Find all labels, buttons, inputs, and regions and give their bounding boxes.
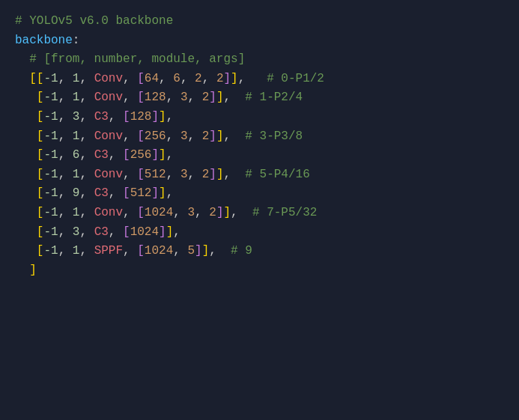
- token: [: [37, 70, 44, 89]
- line-2: [-1, 3, C3, [128]],: [15, 108, 504, 127]
- token: [15, 108, 37, 127]
- token: ,: [58, 70, 73, 89]
- token: 9: [73, 184, 80, 204]
- token: Conv: [94, 88, 123, 108]
- token: ,: [123, 70, 137, 89]
- token: 3: [180, 165, 188, 185]
- token: C3: [94, 223, 109, 243]
- line-9: [-1, 1, SPPF, [1024, 5]], # 9: [15, 242, 504, 261]
- token: ,: [224, 165, 246, 185]
- token: ,: [209, 242, 231, 261]
- token: 3: [73, 108, 80, 127]
- token: [: [137, 70, 145, 89]
- token: 128: [130, 108, 152, 127]
- token: [: [37, 242, 44, 261]
- token: ,: [180, 70, 195, 89]
- token: -1: [43, 165, 58, 185]
- token: ,: [79, 165, 94, 185]
- token: [15, 146, 37, 165]
- token: 1: [73, 88, 80, 108]
- token: 1: [73, 204, 80, 223]
- token: [15, 165, 37, 185]
- token: ,: [238, 70, 267, 89]
- token: -1: [43, 88, 58, 108]
- token: ,: [58, 223, 73, 243]
- token: ,: [58, 204, 73, 223]
- token: [15, 223, 37, 243]
- token: ,: [109, 184, 123, 204]
- token: 64: [145, 70, 159, 89]
- token: -1: [43, 127, 58, 147]
- token: -1: [43, 223, 58, 243]
- token: ]: [231, 70, 238, 89]
- token: [15, 88, 37, 108]
- line-7: [-1, 1, Conv, [1024, 3, 2]], # 7-P5/32: [15, 204, 504, 223]
- token: Conv: [94, 165, 123, 185]
- token: ]: [151, 108, 159, 127]
- token: [: [123, 146, 130, 165]
- line-header: # YOLOv5 v6.0 backbone: [15, 12, 504, 31]
- token: ,: [79, 127, 94, 147]
- token: [15, 261, 29, 281]
- token: ]: [166, 223, 174, 243]
- token: 256: [145, 127, 166, 147]
- line-backbone-key: backbone:: [15, 31, 504, 51]
- token: [: [37, 223, 44, 243]
- token: 2: [195, 70, 202, 89]
- token: 1: [73, 127, 80, 147]
- token: [: [37, 184, 44, 204]
- token: [: [123, 184, 130, 204]
- line-4: [-1, 6, C3, [256]],: [15, 146, 504, 165]
- token: ,: [109, 223, 123, 243]
- token: 3: [180, 127, 188, 147]
- token: :: [73, 31, 80, 51]
- token: [15, 184, 37, 204]
- token: 6: [173, 70, 180, 89]
- token: C3: [94, 184, 109, 204]
- token: ,: [173, 204, 187, 223]
- token: ,: [109, 146, 123, 165]
- token: ]: [159, 184, 166, 204]
- token: ,: [58, 108, 73, 127]
- token: ,: [58, 184, 73, 204]
- line-3: [-1, 1, Conv, [256, 3, 2]], # 3-P3/8: [15, 127, 504, 147]
- token: [: [37, 165, 44, 185]
- token: 2: [202, 88, 210, 108]
- token: # 0-P1/2: [267, 70, 324, 89]
- token: ,: [79, 108, 94, 127]
- token: [15, 70, 29, 89]
- token: ,: [58, 88, 73, 108]
- token: 1024: [145, 204, 173, 223]
- token: backbone: [15, 31, 73, 51]
- token: ,: [123, 165, 137, 185]
- token: C3: [94, 108, 109, 127]
- token: ,: [58, 146, 73, 165]
- token: ,: [166, 127, 180, 147]
- line-1: [-1, 1, Conv, [128, 3, 2]], # 1-P2/4: [15, 88, 504, 108]
- token: ]: [209, 88, 216, 108]
- token: ]: [216, 127, 224, 147]
- token: ,: [123, 88, 137, 108]
- token: ]: [216, 204, 224, 223]
- token: ]: [216, 88, 224, 108]
- token: 128: [145, 88, 166, 108]
- token: 1: [73, 165, 80, 185]
- line-6: [-1, 9, C3, [512]],: [15, 184, 504, 204]
- token: # 5-P4/16: [245, 165, 309, 185]
- token: ,: [202, 70, 216, 89]
- token: Conv: [94, 70, 123, 89]
- token: Conv: [94, 127, 123, 147]
- token: 6: [73, 146, 80, 165]
- token: ,: [79, 70, 94, 89]
- token: 1: [73, 242, 80, 261]
- line-5: [-1, 1, Conv, [512, 3, 2]], # 5-P4/16: [15, 165, 504, 185]
- token: ,: [79, 146, 94, 165]
- token: # 7-P5/32: [252, 204, 317, 223]
- token: 2: [202, 127, 210, 147]
- token: -1: [43, 70, 58, 89]
- token: ,: [224, 127, 246, 147]
- token: ,: [123, 127, 137, 147]
- token: ,: [79, 223, 94, 243]
- token: ,: [166, 146, 174, 165]
- token: # 9: [231, 242, 252, 261]
